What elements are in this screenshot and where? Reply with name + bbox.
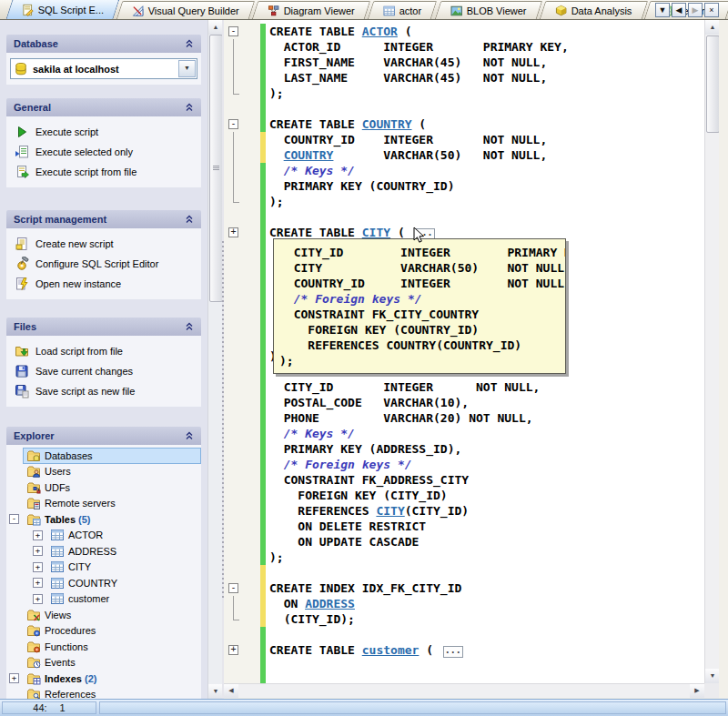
close-tab-button[interactable]: × (704, 3, 719, 17)
fold-ellipsis-box[interactable]: ... (443, 646, 463, 658)
code-line[interactable]: CITY_ID INTEGER NOT NULL, (266, 379, 704, 395)
tree-node[interactable]: customer (46, 590, 201, 607)
tree-node[interactable]: Users (23, 463, 201, 479)
expand-fold-icon[interactable]: + (228, 645, 238, 655)
database-select[interactable]: sakila at localhost ▼ (10, 58, 197, 79)
code-line[interactable] (266, 101, 704, 116)
tree-node[interactable]: Databases (23, 448, 201, 464)
code-line[interactable]: FIRST_NAME VARCHAR(45) NOT NULL, (266, 55, 704, 70)
collapse-fold-icon[interactable]: - (228, 583, 238, 593)
scroll-tabs-left-button[interactable]: ◀ (672, 3, 686, 17)
code-line[interactable]: PHONE VARCHAR(20) NOT NULL, (266, 410, 704, 426)
sidebar-item-save-current-changes[interactable]: Save current changes (10, 361, 197, 381)
scroll-left-button[interactable]: ◀ (224, 684, 238, 698)
expand-fold-icon[interactable]: + (228, 227, 238, 237)
scroll-down-button[interactable]: ▼ (705, 669, 720, 683)
tree-node[interactable]: Procedures (23, 622, 201, 639)
expand-icon[interactable]: + (33, 578, 43, 588)
scroll-down-button[interactable]: ▼ (208, 684, 223, 699)
code-line[interactable]: /* Keys */ (266, 163, 704, 178)
code-link[interactable]: COUNTRY (284, 148, 334, 162)
code-line[interactable] (266, 627, 704, 642)
tree-node[interactable]: Events (23, 654, 201, 671)
editor-horizontal-scrollbar[interactable]: ◀ ▶ (224, 683, 704, 698)
code-line[interactable]: ); (266, 550, 704, 565)
code-line[interactable] (266, 673, 704, 683)
code-link[interactable]: CITY (376, 504, 404, 518)
collapse-icon[interactable]: - (9, 514, 19, 524)
collapse-chevron-icon[interactable] (185, 214, 194, 226)
code-line[interactable]: PRIMARY KEY (ADDRESS_ID), (266, 441, 704, 457)
code-line[interactable]: ACTOR_ID INTEGER PRIMARY KEY, (266, 39, 704, 55)
tree-item-udfs[interactable]: UDFs (6, 479, 201, 496)
code-link[interactable]: ACTOR (362, 25, 398, 38)
code-line[interactable] (266, 209, 704, 225)
sidebar-item-configure-sql-script-editor[interactable]: Configure SQL Script Editor (10, 254, 197, 274)
code-link[interactable]: COUNTRY (362, 117, 412, 131)
editor-vertical-scrollbar[interactable]: ▲ ▼ (704, 20, 719, 683)
code-line[interactable]: CREATE TABLE COUNTRY ( (266, 116, 704, 132)
sidebar-item-load-script-from-file[interactable]: Load script from file (10, 341, 197, 361)
tree-item-customer[interactable]: +customer (6, 591, 201, 608)
code-line[interactable]: CREATE TABLE ACTOR ( (266, 24, 704, 39)
code-line[interactable] (266, 565, 704, 580)
tree-node[interactable]: Tables (5) (23, 511, 201, 528)
tree-item-functions[interactable]: Functions (6, 639, 201, 655)
section-header-script-management[interactable]: Script management (6, 210, 201, 228)
tree-node[interactable]: Views (23, 607, 201, 623)
tree-item-indexes[interactable]: +Indexes (2) (6, 671, 201, 687)
code-line[interactable]: /* Foreign keys */ (266, 457, 704, 472)
scroll-tabs-right-button[interactable]: ▶ (688, 3, 703, 17)
code-line[interactable]: CONSTRAINT FK_ADDRESS_CITY (266, 472, 704, 488)
collapse-chevron-icon[interactable] (185, 321, 194, 333)
sidebar-item-execute-selected-only[interactable]: Execute selected only (10, 142, 197, 162)
editor-vscrollbar-thumb[interactable] (706, 35, 720, 133)
code-line[interactable] (266, 658, 704, 673)
collapse-chevron-icon[interactable] (185, 102, 194, 114)
code-line[interactable]: PRIMARY KEY (COUNTRY_ID) (266, 178, 704, 194)
tree-item-remote-servers[interactable]: Remote servers (6, 496, 201, 512)
tree-node[interactable]: UDFs (23, 479, 201, 496)
tree-node[interactable]: ACTOR (46, 527, 201, 543)
section-header-explorer[interactable]: Explorer (6, 427, 201, 445)
scroll-up-button[interactable]: ▲ (705, 20, 720, 35)
code-line[interactable]: ON UPDATE CASCADE (266, 534, 704, 550)
expand-icon[interactable]: + (33, 546, 43, 556)
collapse-fold-icon[interactable]: - (228, 26, 238, 36)
code-line[interactable]: /* Keys */ (266, 426, 704, 441)
tree-item-references[interactable]: References (6, 687, 201, 700)
code-line[interactable]: CREATE INDEX IDX_FK_CITY_ID (266, 580, 704, 596)
code-line[interactable]: ); (266, 86, 704, 101)
tree-item-tables[interactable]: -Tables (5) (6, 511, 201, 528)
sidebar-scrollbar[interactable]: ▲ ▼ (207, 20, 222, 699)
tab-diagram-viewer[interactable]: Diagram Viewer (252, 1, 371, 19)
tree-item-procedures[interactable]: Procedures (6, 623, 201, 640)
tree-node[interactable]: CITY (46, 559, 201, 575)
code-link[interactable]: customer (362, 643, 420, 657)
sidebar-item-open-new-instance[interactable]: Open new instance (10, 274, 197, 294)
tree-node[interactable]: Indexes (2) (23, 671, 201, 687)
code-line[interactable]: ON DELETE RESTRICT (266, 519, 704, 534)
tab-list-dropdown-button[interactable]: ▼ (655, 3, 670, 17)
collapse-chevron-icon[interactable] (185, 38, 194, 50)
tree-node[interactable]: Remote servers (23, 495, 201, 511)
scroll-right-button[interactable]: ▶ (690, 684, 704, 698)
sidebar-item-save-script-as-new-file[interactable]: Save script as new file (10, 381, 197, 401)
tree-node[interactable]: References (23, 686, 201, 699)
tree-item-users[interactable]: Users (6, 464, 201, 480)
code-link[interactable]: CITY (362, 226, 390, 239)
code-line[interactable]: REFERENCES CITY(CITY_ID) (266, 503, 704, 519)
code-line[interactable]: CREATE TABLE customer ( ... (266, 642, 704, 658)
sidebar-scrollbar-thumb[interactable] (209, 35, 223, 302)
code-line[interactable]: POSTAL_CODE VARCHAR(10), (266, 395, 704, 410)
tree-node[interactable]: COUNTRY (46, 575, 201, 591)
tree-item-city[interactable]: +CITY (6, 560, 201, 576)
tab-data-analysis[interactable]: Data Analysis (540, 1, 648, 19)
code-line[interactable]: LAST_NAME VARCHAR(45) NOT NULL, (266, 70, 704, 86)
code-line[interactable]: ); (266, 194, 704, 209)
sidebar-item-create-new-script[interactable]: Create new script (10, 234, 197, 254)
sidebar-item-execute-script-from-file[interactable]: Execute script from file (10, 162, 197, 182)
collapse-fold-icon[interactable]: - (228, 119, 238, 129)
tree-item-events[interactable]: Events (6, 655, 201, 671)
code-line[interactable]: (CITY_ID); (266, 611, 704, 627)
